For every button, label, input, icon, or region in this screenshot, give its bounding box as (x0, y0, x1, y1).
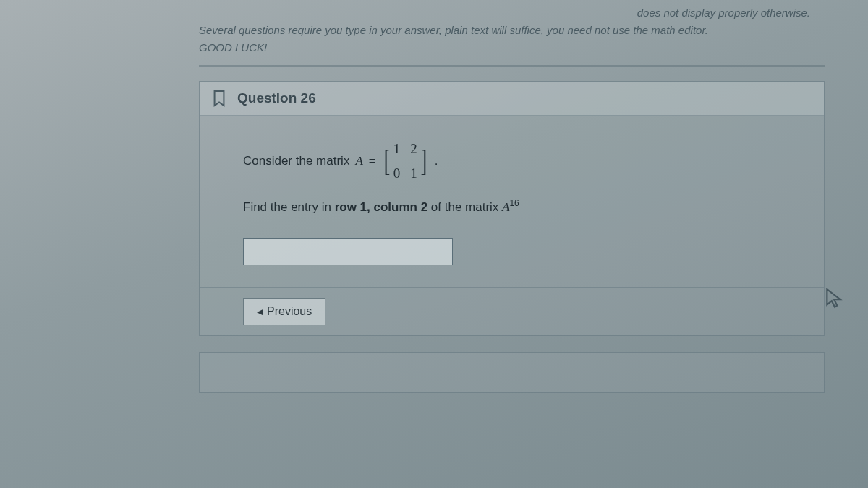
divider (199, 65, 825, 67)
exam-instructions: does not display properly otherwise. Sev… (199, 0, 825, 65)
question-body: Consider the matrix A = [ 1 2 0 1 ] . Fi… (200, 116, 824, 287)
question-header: Question 26 (200, 82, 824, 116)
matrix-variable: A (355, 151, 362, 172)
consider-text: Consider the matrix (243, 151, 349, 172)
triangle-left-icon: ◀ (257, 307, 263, 317)
cursor-icon (825, 288, 843, 309)
previous-button[interactable]: ◀ Previous (243, 298, 326, 325)
period: . (435, 151, 438, 172)
power-exponent: 16 (509, 198, 519, 208)
matrix-cell-r1c1: 1 (393, 137, 401, 160)
equals-sign: = (369, 151, 376, 172)
find-prefix: Find the entry in (243, 200, 335, 213)
matrix-cell-r2c2: 1 (410, 162, 417, 185)
instruction-line-2: Several questions require you type in yo… (199, 22, 825, 39)
find-entry-prompt: Find the entry in row 1, column 2 of the… (243, 196, 802, 218)
previous-label: Previous (267, 305, 312, 318)
matrix-cell-r2c1: 0 (393, 162, 401, 185)
matrix-display: [ 1 2 0 1 ] (382, 137, 429, 186)
instruction-line-partial: does not display properly otherwise. (199, 4, 825, 22)
left-bracket-icon: [ (384, 147, 390, 175)
right-bracket-icon: ] (421, 147, 427, 175)
find-suffix: of the matrix (427, 200, 502, 213)
bottom-panel (199, 352, 825, 393)
question-container: Question 26 Consider the matrix A = [ 1 … (199, 81, 825, 336)
answer-input[interactable] (243, 238, 453, 265)
matrix-cell-r1c2: 2 (410, 137, 417, 160)
question-title: Question 26 (237, 90, 316, 106)
power-variable: A (502, 200, 509, 213)
question-footer: ◀ Previous (200, 287, 824, 335)
matrix-definition-line: Consider the matrix A = [ 1 2 0 1 ] . (243, 137, 802, 186)
instruction-good-luck: GOOD LUCK! (199, 39, 825, 56)
bookmark-icon[interactable] (211, 89, 227, 108)
find-bold: row 1, column 2 (335, 200, 427, 213)
